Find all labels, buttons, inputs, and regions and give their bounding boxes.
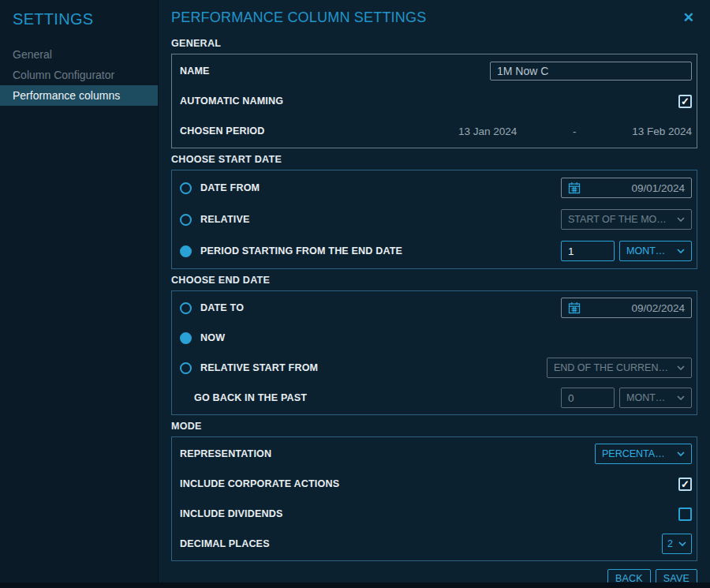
dropdown-value: MONTH(S): [626, 392, 672, 403]
calendar-icon: [568, 301, 581, 314]
chevron-down-icon: [677, 217, 685, 222]
check-icon: ✓: [681, 479, 689, 489]
general-section-box: NAME AUTOMATIC NAMING ✓ CHOSEN PERIOD 13…: [171, 54, 697, 148]
window-bottom-edge: [0, 582, 710, 588]
chosen-period-start: 13 Jan 2024: [458, 125, 517, 137]
decimal-places-label: DECIMAL PLACES: [180, 538, 270, 549]
sidebar-title: SETTINGS: [0, 0, 158, 44]
chosen-period-row: CHOSEN PERIOD 13 Jan 2024 - 13 Feb 2024: [180, 116, 692, 146]
include-corporate-actions-row: INCLUDE CORPORATE ACTIONS ✓: [180, 469, 692, 499]
include-dividends-label: INCLUDE DIVIDENDS: [180, 508, 283, 519]
date-to-label: DATE TO: [200, 302, 244, 313]
period-count-input[interactable]: [561, 241, 615, 261]
chosen-period-separator: -: [573, 125, 577, 137]
automatic-naming-row: AUTOMATIC NAMING ✓: [180, 86, 692, 116]
chevron-down-icon: [677, 249, 685, 253]
settings-sidebar: SETTINGS General Column Configurator Per…: [0, 0, 158, 588]
chevron-down-icon: [677, 395, 685, 400]
date-to-radio[interactable]: [180, 302, 192, 314]
include-dividends-row: INCLUDE DIVIDENDS ✓: [180, 499, 692, 529]
chevron-down-icon: [677, 365, 685, 370]
panel-title: PERFORMANCE COLUMN SETTINGS: [171, 9, 426, 26]
section-label-mode: MODE: [171, 421, 697, 432]
section-label-choose-end-date: CHOOSE END DATE: [171, 275, 697, 286]
relative-start-from-radio[interactable]: [180, 362, 192, 374]
sidebar-item-general[interactable]: General: [0, 44, 158, 65]
decimal-places-dropdown[interactable]: 2: [662, 534, 692, 554]
check-icon: ✓: [681, 96, 689, 107]
calendar-icon: [568, 182, 581, 194]
sidebar-item-column-configurator[interactable]: Column Configurator: [0, 65, 158, 85]
relative-dropdown[interactable]: START OF THE MONTH: [561, 209, 692, 230]
date-to-input[interactable]: 09/02/2024: [561, 298, 692, 318]
dropdown-value: END OF THE CURRENT ...: [554, 362, 672, 373]
go-back-count-input[interactable]: [561, 388, 615, 408]
section-label-choose-start-date: CHOOSE START DATE: [171, 154, 697, 165]
go-back-unit-dropdown[interactable]: MONTH(S): [619, 388, 692, 408]
performance-column-settings-panel: PERFORMANCE COLUMN SETTINGS ✕ GENERAL NA…: [158, 0, 710, 588]
automatic-naming-checkbox[interactable]: ✓: [678, 95, 692, 108]
date-from-radio[interactable]: [180, 182, 192, 194]
relative-start-from-dropdown[interactable]: END OF THE CURRENT ...: [547, 358, 692, 378]
relative-start-from-row: RELATIVE START FROM END OF THE CURRENT .…: [180, 353, 692, 383]
sidebar-item-label: Column Configurator: [13, 69, 114, 81]
now-row: NOW: [180, 323, 692, 353]
automatic-naming-label: AUTOMATIC NAMING: [180, 96, 283, 107]
sidebar-item-label: General: [13, 48, 52, 61]
date-to-value: 09/02/2024: [631, 302, 685, 314]
include-corporate-actions-checkbox[interactable]: ✓: [678, 478, 692, 491]
include-corporate-actions-label: INCLUDE CORPORATE ACTIONS: [180, 478, 339, 489]
relative-row: RELATIVE START OF THE MONTH: [180, 204, 692, 235]
section-label-general: GENERAL: [171, 38, 697, 49]
date-from-value: 09/01/2024: [631, 182, 685, 194]
panel-header: PERFORMANCE COLUMN SETTINGS ✕: [171, 0, 697, 32]
chosen-period-end: 13 Feb 2024: [632, 125, 692, 137]
representation-row: REPRESENTATION PERCENTAGE %: [180, 439, 692, 469]
dropdown-value: MONTH(S): [626, 245, 672, 257]
name-label: NAME: [180, 66, 210, 77]
dropdown-value: 2: [667, 538, 673, 549]
now-label: NOW: [200, 332, 225, 343]
name-input[interactable]: [490, 62, 692, 81]
date-from-input[interactable]: 09/01/2024: [561, 178, 692, 198]
go-back-label: GO BACK IN THE PAST: [180, 392, 307, 403]
relative-start-from-label: RELATIVE START FROM: [200, 362, 318, 373]
now-radio[interactable]: [180, 332, 192, 344]
date-from-label: DATE FROM: [200, 182, 260, 193]
chosen-period-label: CHOSEN PERIOD: [180, 125, 264, 137]
sidebar-item-label: Performance columns: [13, 89, 120, 102]
representation-dropdown[interactable]: PERCENTAGE %: [595, 444, 692, 464]
choose-end-date-box: DATE TO 09/02/2024 NOW: [171, 290, 697, 415]
sidebar-item-performance-columns[interactable]: Performance columns: [0, 85, 158, 106]
settings-window: SETTINGS General Column Configurator Per…: [0, 0, 710, 588]
date-from-row: DATE FROM 09/01/2024: [180, 172, 692, 204]
choose-start-date-box: DATE FROM 09/01/2024 RELATIVE: [171, 170, 697, 269]
dropdown-value: PERCENTAGE %: [602, 448, 672, 459]
period-starting-row: PERIOD STARTING FROM THE END DATE MONTH(…: [180, 235, 692, 267]
chosen-period-values: 13 Jan 2024 - 13 Feb 2024: [458, 125, 692, 137]
relative-label: RELATIVE: [200, 214, 249, 225]
close-icon[interactable]: ✕: [680, 9, 697, 26]
date-to-row: DATE TO 09/02/2024: [180, 293, 692, 323]
period-starting-label: PERIOD STARTING FROM THE END DATE: [200, 245, 402, 257]
name-row: NAME: [180, 56, 692, 86]
chevron-down-icon: [678, 541, 686, 546]
period-unit-dropdown[interactable]: MONTH(S): [619, 241, 692, 261]
dropdown-value: START OF THE MONTH: [568, 214, 672, 225]
include-dividends-checkbox[interactable]: ✓: [678, 507, 692, 521]
period-starting-radio[interactable]: [180, 245, 192, 257]
decimal-places-row: DECIMAL PLACES 2: [180, 529, 692, 559]
mode-box: REPRESENTATION PERCENTAGE % INCLUDE CORP…: [171, 436, 697, 561]
chevron-down-icon: [677, 451, 685, 456]
relative-radio[interactable]: [180, 214, 192, 226]
go-back-row: GO BACK IN THE PAST MONTH(S): [180, 383, 692, 413]
representation-label: REPRESENTATION: [180, 448, 271, 459]
